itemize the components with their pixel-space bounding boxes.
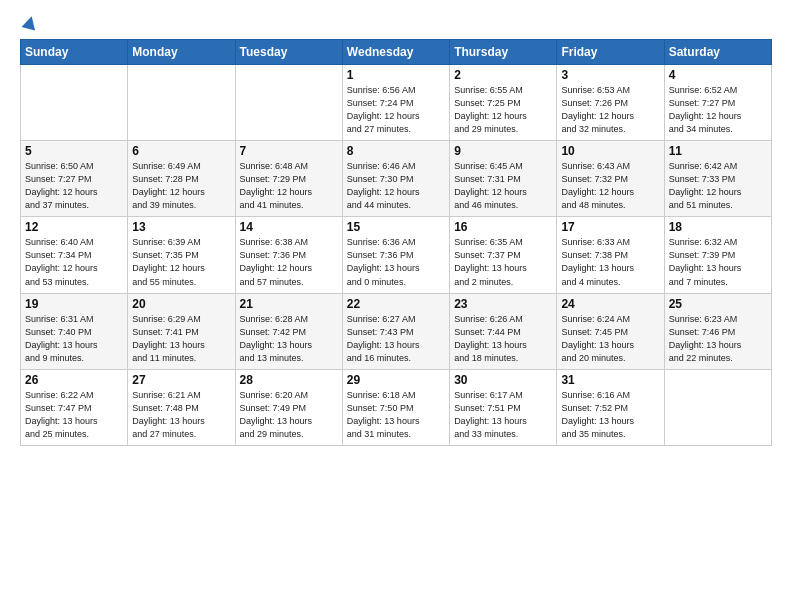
calendar-cell: 1Sunrise: 6:56 AM Sunset: 7:24 PM Daylig…	[342, 65, 449, 141]
day-info: Sunrise: 6:46 AM Sunset: 7:30 PM Dayligh…	[347, 160, 445, 212]
day-number: 5	[25, 144, 123, 158]
calendar-cell: 29Sunrise: 6:18 AM Sunset: 7:50 PM Dayli…	[342, 369, 449, 445]
calendar-cell: 3Sunrise: 6:53 AM Sunset: 7:26 PM Daylig…	[557, 65, 664, 141]
calendar-cell: 11Sunrise: 6:42 AM Sunset: 7:33 PM Dayli…	[664, 141, 771, 217]
calendar-cell: 18Sunrise: 6:32 AM Sunset: 7:39 PM Dayli…	[664, 217, 771, 293]
calendar-cell	[128, 65, 235, 141]
day-number: 14	[240, 220, 338, 234]
day-info: Sunrise: 6:55 AM Sunset: 7:25 PM Dayligh…	[454, 84, 552, 136]
day-info: Sunrise: 6:21 AM Sunset: 7:48 PM Dayligh…	[132, 389, 230, 441]
day-of-week-header: Saturday	[664, 40, 771, 65]
calendar-cell: 14Sunrise: 6:38 AM Sunset: 7:36 PM Dayli…	[235, 217, 342, 293]
calendar-cell: 20Sunrise: 6:29 AM Sunset: 7:41 PM Dayli…	[128, 293, 235, 369]
day-info: Sunrise: 6:28 AM Sunset: 7:42 PM Dayligh…	[240, 313, 338, 365]
day-number: 17	[561, 220, 659, 234]
day-of-week-header: Tuesday	[235, 40, 342, 65]
calendar-cell: 30Sunrise: 6:17 AM Sunset: 7:51 PM Dayli…	[450, 369, 557, 445]
day-info: Sunrise: 6:52 AM Sunset: 7:27 PM Dayligh…	[669, 84, 767, 136]
logo-triangle-icon	[22, 14, 39, 30]
day-info: Sunrise: 6:39 AM Sunset: 7:35 PM Dayligh…	[132, 236, 230, 288]
calendar-cell: 24Sunrise: 6:24 AM Sunset: 7:45 PM Dayli…	[557, 293, 664, 369]
day-info: Sunrise: 6:49 AM Sunset: 7:28 PM Dayligh…	[132, 160, 230, 212]
day-info: Sunrise: 6:50 AM Sunset: 7:27 PM Dayligh…	[25, 160, 123, 212]
day-info: Sunrise: 6:18 AM Sunset: 7:50 PM Dayligh…	[347, 389, 445, 441]
day-info: Sunrise: 6:56 AM Sunset: 7:24 PM Dayligh…	[347, 84, 445, 136]
day-info: Sunrise: 6:22 AM Sunset: 7:47 PM Dayligh…	[25, 389, 123, 441]
day-info: Sunrise: 6:26 AM Sunset: 7:44 PM Dayligh…	[454, 313, 552, 365]
calendar-table: SundayMondayTuesdayWednesdayThursdayFrid…	[20, 39, 772, 446]
calendar-cell: 2Sunrise: 6:55 AM Sunset: 7:25 PM Daylig…	[450, 65, 557, 141]
day-number: 15	[347, 220, 445, 234]
calendar-cell: 17Sunrise: 6:33 AM Sunset: 7:38 PM Dayli…	[557, 217, 664, 293]
day-number: 13	[132, 220, 230, 234]
day-info: Sunrise: 6:36 AM Sunset: 7:36 PM Dayligh…	[347, 236, 445, 288]
calendar-cell: 6Sunrise: 6:49 AM Sunset: 7:28 PM Daylig…	[128, 141, 235, 217]
calendar-cell: 15Sunrise: 6:36 AM Sunset: 7:36 PM Dayli…	[342, 217, 449, 293]
day-number: 27	[132, 373, 230, 387]
day-info: Sunrise: 6:23 AM Sunset: 7:46 PM Dayligh…	[669, 313, 767, 365]
day-number: 24	[561, 297, 659, 311]
day-number: 22	[347, 297, 445, 311]
day-info: Sunrise: 6:38 AM Sunset: 7:36 PM Dayligh…	[240, 236, 338, 288]
day-info: Sunrise: 6:45 AM Sunset: 7:31 PM Dayligh…	[454, 160, 552, 212]
calendar-cell: 25Sunrise: 6:23 AM Sunset: 7:46 PM Dayli…	[664, 293, 771, 369]
day-number: 10	[561, 144, 659, 158]
day-number: 4	[669, 68, 767, 82]
day-number: 16	[454, 220, 552, 234]
day-number: 21	[240, 297, 338, 311]
day-number: 20	[132, 297, 230, 311]
day-number: 1	[347, 68, 445, 82]
day-info: Sunrise: 6:53 AM Sunset: 7:26 PM Dayligh…	[561, 84, 659, 136]
day-info: Sunrise: 6:42 AM Sunset: 7:33 PM Dayligh…	[669, 160, 767, 212]
day-number: 18	[669, 220, 767, 234]
day-info: Sunrise: 6:40 AM Sunset: 7:34 PM Dayligh…	[25, 236, 123, 288]
day-info: Sunrise: 6:43 AM Sunset: 7:32 PM Dayligh…	[561, 160, 659, 212]
day-of-week-header: Monday	[128, 40, 235, 65]
day-info: Sunrise: 6:48 AM Sunset: 7:29 PM Dayligh…	[240, 160, 338, 212]
day-of-week-header: Friday	[557, 40, 664, 65]
day-of-week-header: Sunday	[21, 40, 128, 65]
day-number: 28	[240, 373, 338, 387]
day-number: 6	[132, 144, 230, 158]
day-number: 26	[25, 373, 123, 387]
calendar-cell: 7Sunrise: 6:48 AM Sunset: 7:29 PM Daylig…	[235, 141, 342, 217]
calendar-cell: 12Sunrise: 6:40 AM Sunset: 7:34 PM Dayli…	[21, 217, 128, 293]
day-number: 29	[347, 373, 445, 387]
day-number: 7	[240, 144, 338, 158]
page-header	[20, 16, 772, 31]
day-info: Sunrise: 6:27 AM Sunset: 7:43 PM Dayligh…	[347, 313, 445, 365]
calendar-cell: 5Sunrise: 6:50 AM Sunset: 7:27 PM Daylig…	[21, 141, 128, 217]
calendar-cell: 27Sunrise: 6:21 AM Sunset: 7:48 PM Dayli…	[128, 369, 235, 445]
day-number: 3	[561, 68, 659, 82]
day-of-week-header: Wednesday	[342, 40, 449, 65]
day-info: Sunrise: 6:16 AM Sunset: 7:52 PM Dayligh…	[561, 389, 659, 441]
calendar-cell: 16Sunrise: 6:35 AM Sunset: 7:37 PM Dayli…	[450, 217, 557, 293]
logo	[20, 16, 37, 31]
calendar-cell: 31Sunrise: 6:16 AM Sunset: 7:52 PM Dayli…	[557, 369, 664, 445]
day-info: Sunrise: 6:31 AM Sunset: 7:40 PM Dayligh…	[25, 313, 123, 365]
day-number: 23	[454, 297, 552, 311]
calendar-cell: 19Sunrise: 6:31 AM Sunset: 7:40 PM Dayli…	[21, 293, 128, 369]
calendar-cell: 22Sunrise: 6:27 AM Sunset: 7:43 PM Dayli…	[342, 293, 449, 369]
calendar-cell: 8Sunrise: 6:46 AM Sunset: 7:30 PM Daylig…	[342, 141, 449, 217]
calendar-cell	[21, 65, 128, 141]
day-info: Sunrise: 6:32 AM Sunset: 7:39 PM Dayligh…	[669, 236, 767, 288]
calendar-cell: 4Sunrise: 6:52 AM Sunset: 7:27 PM Daylig…	[664, 65, 771, 141]
day-number: 30	[454, 373, 552, 387]
day-number: 19	[25, 297, 123, 311]
day-number: 2	[454, 68, 552, 82]
day-number: 12	[25, 220, 123, 234]
day-number: 25	[669, 297, 767, 311]
calendar-cell: 28Sunrise: 6:20 AM Sunset: 7:49 PM Dayli…	[235, 369, 342, 445]
day-info: Sunrise: 6:35 AM Sunset: 7:37 PM Dayligh…	[454, 236, 552, 288]
day-info: Sunrise: 6:17 AM Sunset: 7:51 PM Dayligh…	[454, 389, 552, 441]
calendar-cell: 23Sunrise: 6:26 AM Sunset: 7:44 PM Dayli…	[450, 293, 557, 369]
calendar-cell: 21Sunrise: 6:28 AM Sunset: 7:42 PM Dayli…	[235, 293, 342, 369]
calendar-cell: 10Sunrise: 6:43 AM Sunset: 7:32 PM Dayli…	[557, 141, 664, 217]
day-info: Sunrise: 6:29 AM Sunset: 7:41 PM Dayligh…	[132, 313, 230, 365]
day-number: 8	[347, 144, 445, 158]
calendar-cell: 9Sunrise: 6:45 AM Sunset: 7:31 PM Daylig…	[450, 141, 557, 217]
day-info: Sunrise: 6:24 AM Sunset: 7:45 PM Dayligh…	[561, 313, 659, 365]
calendar-cell	[235, 65, 342, 141]
calendar-cell: 13Sunrise: 6:39 AM Sunset: 7:35 PM Dayli…	[128, 217, 235, 293]
